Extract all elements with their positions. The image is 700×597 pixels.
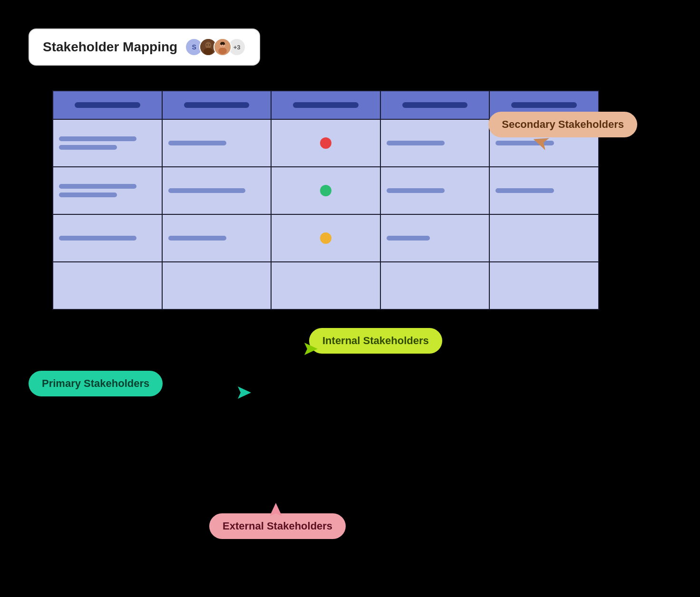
svg-point-4 (209, 44, 210, 45)
cell-r4c5 (489, 262, 599, 309)
main-scene: Stakeholder Mapping S (29, 29, 647, 575)
cell-r4c1 (53, 262, 162, 309)
cursor-external-arrow (267, 503, 284, 522)
svg-point-1 (205, 42, 212, 48)
cell-r3c2 (162, 214, 272, 262)
table-row (53, 167, 599, 214)
svg-point-3 (206, 44, 207, 45)
tooltip-primary: Primary Stakeholders (29, 371, 163, 396)
col-header-2 (162, 91, 272, 119)
cell-r3c3 (271, 214, 380, 262)
svg-point-7 (218, 48, 227, 54)
cell-r4c4 (380, 262, 490, 309)
col-header-4 (380, 91, 490, 119)
tooltip-secondary: Secondary Stakeholders (488, 112, 637, 137)
svg-point-2 (204, 48, 213, 55)
cursor-secondary-arrow (534, 132, 553, 151)
cell-r2c4 (380, 167, 490, 214)
cell-r1c2 (162, 119, 272, 167)
svg-marker-12 (304, 343, 318, 355)
cell-r2c2 (162, 167, 272, 214)
tooltip-internal: Internal Stakeholders (309, 328, 442, 354)
cell-r3c4 (380, 214, 490, 262)
cell-r1c4 (380, 119, 490, 167)
cursor-internal-arrow (301, 340, 318, 357)
avatar-group: S (185, 38, 246, 56)
col-header-1 (53, 91, 162, 119)
cell-r2c1 (53, 167, 162, 214)
table-row (53, 214, 599, 262)
cell-r1c1 (53, 119, 162, 167)
page-title: Stakeholder Mapping (43, 39, 177, 55)
title-card: Stakeholder Mapping S (29, 29, 260, 66)
svg-marker-11 (238, 386, 251, 399)
svg-marker-10 (534, 132, 553, 151)
table-row (53, 262, 599, 309)
cell-r4c2 (162, 262, 272, 309)
cell-r2c3 (271, 167, 380, 214)
cell-r2c5 (489, 167, 599, 214)
cell-r1c3 (271, 119, 380, 167)
cell-r4c3 (271, 262, 380, 309)
svg-marker-13 (270, 503, 282, 516)
cell-r3c1 (53, 214, 162, 262)
col-header-3 (271, 91, 380, 119)
cell-r3c5 (489, 214, 599, 262)
cursor-primary-arrow (234, 384, 251, 401)
avatar-person2 (214, 38, 232, 56)
